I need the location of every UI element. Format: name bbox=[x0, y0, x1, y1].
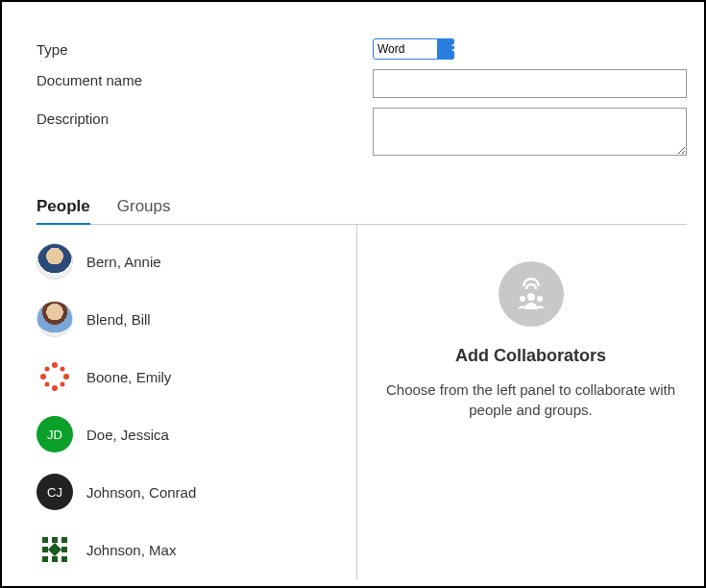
svg-point-17 bbox=[527, 293, 535, 301]
svg-point-2 bbox=[40, 374, 46, 380]
person-name: Johnson, Conrad bbox=[86, 484, 196, 501]
person-name: Bern, Annie bbox=[86, 254, 161, 270]
svg-rect-9 bbox=[52, 537, 58, 543]
svg-rect-10 bbox=[61, 537, 67, 543]
avatar: CJ bbox=[37, 474, 73, 510]
type-select[interactable]: Word bbox=[373, 38, 454, 60]
person-name: Boone, Emily bbox=[86, 369, 171, 385]
avatar bbox=[37, 531, 73, 568]
person-item[interactable]: Johnson, Max bbox=[37, 521, 356, 578]
dialog: Type Word Document name Description bbox=[0, 0, 706, 588]
tab-people[interactable]: People bbox=[37, 197, 90, 224]
svg-point-6 bbox=[45, 382, 50, 387]
tabs: People Groups bbox=[37, 197, 687, 225]
svg-point-4 bbox=[45, 367, 50, 372]
pattern-icon bbox=[37, 531, 73, 568]
person-name: Doe, Jessica bbox=[86, 427, 169, 443]
svg-rect-8 bbox=[42, 537, 48, 543]
label-desc: Description bbox=[37, 108, 373, 159]
person-name: Blend, Bill bbox=[86, 311, 151, 328]
document-name-input[interactable] bbox=[373, 69, 687, 98]
collaborators-text: Choose from the left panel to collaborat… bbox=[357, 380, 704, 420]
collaborators-panel: Add Collaborators Choose from the left p… bbox=[357, 225, 704, 580]
avatar bbox=[37, 358, 73, 395]
label-docname: Document name bbox=[37, 69, 373, 98]
description-textarea[interactable] bbox=[373, 108, 687, 156]
person-name: Johnson, Max bbox=[86, 542, 176, 558]
svg-point-7 bbox=[61, 382, 65, 387]
row-desc: Description bbox=[37, 108, 687, 159]
type-control-wrap: Word bbox=[373, 38, 687, 60]
tab-groups[interactable]: Groups bbox=[117, 197, 171, 224]
person-item[interactable]: Boone, Emily bbox=[37, 348, 356, 405]
avatar bbox=[37, 243, 73, 280]
person-item[interactable]: JD Doe, Jessica bbox=[37, 405, 356, 463]
person-item[interactable]: Blend, Bill bbox=[37, 290, 356, 348]
collaborators-icon bbox=[499, 261, 564, 327]
svg-rect-12 bbox=[61, 547, 67, 552]
people-list: Bern, Annie Blend, Bill bbox=[2, 225, 357, 580]
avatar bbox=[37, 301, 73, 337]
desc-control-wrap bbox=[373, 108, 687, 159]
row-type: Type Word bbox=[37, 38, 687, 60]
svg-point-0 bbox=[52, 362, 58, 368]
svg-rect-16 bbox=[48, 543, 61, 556]
row-docname: Document name bbox=[37, 69, 687, 98]
panels: Bern, Annie Blend, Bill bbox=[2, 225, 704, 580]
avatar: JD bbox=[37, 416, 73, 453]
docname-control-wrap bbox=[373, 69, 687, 98]
avatar-initials: CJ bbox=[47, 485, 62, 500]
pattern-icon bbox=[37, 358, 73, 395]
collaborators-title: Add Collaborators bbox=[455, 346, 606, 366]
svg-rect-15 bbox=[61, 556, 67, 562]
type-select-wrap: Word bbox=[373, 38, 454, 60]
svg-rect-13 bbox=[42, 556, 48, 562]
people-wifi-icon bbox=[512, 275, 550, 313]
svg-point-1 bbox=[52, 385, 58, 391]
person-item[interactable]: Bern, Annie bbox=[37, 233, 356, 290]
svg-point-5 bbox=[61, 367, 65, 372]
svg-rect-11 bbox=[42, 547, 48, 552]
label-type: Type bbox=[37, 38, 373, 60]
svg-point-3 bbox=[63, 374, 69, 380]
svg-point-18 bbox=[520, 296, 525, 302]
svg-point-19 bbox=[537, 296, 543, 302]
svg-rect-14 bbox=[52, 556, 58, 562]
person-item[interactable]: CJ Johnson, Conrad bbox=[37, 463, 356, 521]
form-section: Type Word Document name Description bbox=[2, 2, 704, 159]
avatar-initials: JD bbox=[47, 428, 62, 442]
